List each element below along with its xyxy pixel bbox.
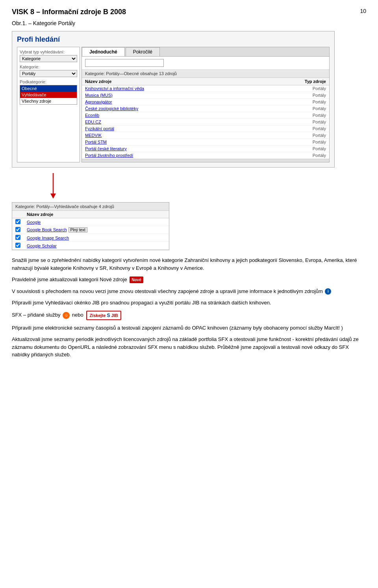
para3-content: V souvislosti s přechodem na novou verzi… <box>12 288 323 294</box>
subcategory-listbox: Obecné Vyhledávače Všechny zdroje <box>20 85 77 105</box>
search-type-label: Vybrat typ vyhledávání: <box>20 50 77 54</box>
col-checkbox <box>12 211 24 218</box>
info-icon: i <box>325 288 331 295</box>
section-subtitle: Obr.1. – Kategorie Portály <box>12 20 366 26</box>
search-input-row <box>82 57 329 70</box>
table-row: Econlib Portály <box>82 112 329 119</box>
table-row: Google Book SearchPlný text <box>12 226 169 234</box>
table-row: Agronavigátor Portály <box>82 99 329 105</box>
row-name[interactable]: České zoologické bibliotéky <box>82 105 256 112</box>
profi-inner: Vybrat typ vyhledávání: Kategorie Katego… <box>17 47 330 162</box>
table-row: Portál české literatury Portály <box>82 146 329 152</box>
row-type: Portály <box>256 99 329 105</box>
col-nazev: Název zdroje <box>82 78 256 85</box>
table-row: Fyzikální portál Portály <box>82 125 329 132</box>
table-row: Portál životního prostředí Portály <box>82 152 329 159</box>
results-table: Název zdroje Typ zdroje Knihovnictví a i… <box>82 78 329 159</box>
table-row: Musica (MUS) Portály <box>82 92 329 99</box>
table-row: Google Scholar <box>12 242 169 250</box>
text-para5: SFX – přidané služby ☺ nebo Získejte S J… <box>12 311 366 320</box>
text-para3: V souvislosti s přechodem na novou verzi… <box>12 288 366 295</box>
row-type: Portály <box>256 105 329 112</box>
para5-text: SFX – přidané služby ☺ nebo Získejte S J… <box>12 311 366 320</box>
row-type: Portály <box>256 125 329 132</box>
row-checkbox[interactable] <box>12 234 24 242</box>
subcategory-item-vsechny[interactable]: Všechny zdroje <box>20 98 77 104</box>
row-name[interactable]: Google Image Search <box>24 234 169 242</box>
row-name[interactable]: Google Book SearchPlný text <box>24 226 169 234</box>
para3-text: V souvislosti s přechodem na novou verzi… <box>12 288 366 295</box>
row-checkbox[interactable] <box>12 218 24 226</box>
row-name[interactable]: Agronavigátor <box>82 99 256 105</box>
row-name[interactable]: Portál STM <box>82 139 256 146</box>
sfx-icon: ☺ <box>63 312 70 319</box>
para6-text: Připravili jsme elektronické seznamy čas… <box>12 324 366 332</box>
table-row: Knihovnictví a informační věda Portály <box>82 85 329 92</box>
svg-marker-1 <box>50 194 56 199</box>
table-row: MEDVIK Portály <box>82 132 329 139</box>
second-results-table: Název zdroje Google Google Book SearchPl… <box>12 211 169 250</box>
row-type: Portály <box>256 92 329 99</box>
row-name[interactable]: Portál životního prostředí <box>82 152 256 159</box>
arrow-area <box>12 173 335 201</box>
row-name[interactable]: Fyzikální portál <box>82 125 256 132</box>
kategorie-select[interactable]: Portály <box>20 70 77 77</box>
row-type: Portály <box>256 152 329 159</box>
table-row: Portál STM Portály <box>82 139 329 146</box>
row-type: Portály <box>256 85 329 92</box>
col-typ: Typ zdroje <box>256 78 329 85</box>
table-row: Google <box>12 218 169 226</box>
para5-prefix: SFX – přidané služby <box>12 312 61 318</box>
row-type: Portály <box>256 119 329 125</box>
search-type-select[interactable]: Kategorie <box>20 55 77 62</box>
para7-text: Aktualizovali jsme seznamy periodik jedn… <box>12 335 366 359</box>
arrow-svg <box>12 173 335 201</box>
category-header: Kategorie: Portály—Obecné obsahuje 13 zd… <box>82 70 329 78</box>
para1-text: Snažili jsme se o zpřehlednění nabídky k… <box>12 256 366 272</box>
text-para2: Pravidelně jsme aktualizovali kategorii … <box>12 276 366 284</box>
col-second-nazev: Název zdroje <box>24 211 169 218</box>
left-panel: Vybrat typ vyhledávání: Kategorie Katego… <box>17 47 80 162</box>
scroll-bar[interactable] <box>82 159 329 162</box>
right-panel: Jednoduché Pokročilé Kategorie: Portály—… <box>82 47 330 162</box>
table-row: České zoologické bibliotéky Portály <box>82 105 329 112</box>
para5-nebo: nebo <box>72 312 83 318</box>
text-para7: Aktualizovali jsme seznamy periodik jedn… <box>12 335 366 359</box>
jib-badge: Získejte S JIB <box>86 311 121 320</box>
profi-title: Profi hledání <box>17 35 330 44</box>
search-input[interactable] <box>85 59 164 67</box>
kategorie-label: Kategorie: <box>20 65 77 69</box>
para2-text: Pravidelně jsme aktualizovali kategorii … <box>12 276 366 284</box>
second-results-box: Kategorie: Portály—Vyhledávače obsahuje … <box>12 202 169 250</box>
tab-pokrocile[interactable]: Pokročilé <box>126 47 160 56</box>
plny-text-badge: Plný text <box>69 227 87 232</box>
novy-badge: Nové <box>130 276 143 283</box>
para2-prefix: Pravidelně jsme aktualizovali kategorii … <box>12 276 127 282</box>
row-name[interactable]: Google <box>24 218 169 226</box>
subcategory-item-vyhledavace[interactable]: Vyhledávače <box>20 92 77 98</box>
text-para4: Připravili jsme Vyhledávací okénko JIB p… <box>12 299 366 307</box>
page-title: VISK 8 – Informační zdroje B 2008 <box>12 8 126 16</box>
row-name[interactable]: Google Scholar <box>24 242 169 250</box>
row-type: Portály <box>256 112 329 119</box>
podkategorie-label: Podkategorie: <box>20 79 77 84</box>
row-name[interactable]: MEDVIK <box>82 132 256 139</box>
row-name[interactable]: Musica (MUS) <box>82 92 256 99</box>
subcategory-item-obecne[interactable]: Obecné <box>20 85 77 92</box>
row-checkbox[interactable] <box>12 242 24 250</box>
row-type: Portály <box>256 139 329 146</box>
row-name[interactable]: EDU.CZ <box>82 119 256 125</box>
page-header: VISK 8 – Informační zdroje B 2008 10 <box>12 8 366 16</box>
text-para1: Snažili jsme se o zpřehlednění nabídky k… <box>12 256 366 272</box>
page-number: 10 <box>360 8 366 14</box>
para4-text: Připravili jsme Vyhledávací okénko JIB p… <box>12 299 366 307</box>
row-name[interactable]: Portál české literatury <box>82 146 256 152</box>
row-name[interactable]: Knihovnictví a informační věda <box>82 85 256 92</box>
row-type: Portály <box>256 132 329 139</box>
text-para6: Připravili jsme elektronické seznamy čas… <box>12 324 366 332</box>
tab-jednoduche[interactable]: Jednoduché <box>82 47 125 56</box>
table-row: EDU.CZ Portály <box>82 119 329 125</box>
second-cat-header: Kategorie: Portály—Vyhledávače obsahuje … <box>12 203 169 211</box>
row-name[interactable]: Econlib <box>82 112 256 119</box>
row-checkbox[interactable] <box>12 226 24 234</box>
